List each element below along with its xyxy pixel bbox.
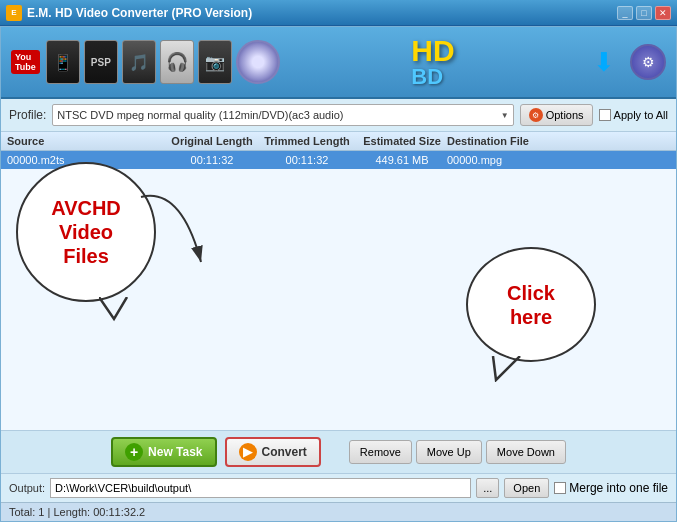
device-icons: 📱 PSP 🎵 🎧 📷 — [46, 40, 280, 84]
cell-source: 00000.m2ts — [7, 154, 167, 166]
merge-checkbox[interactable] — [554, 482, 566, 494]
remove-button[interactable]: Remove — [349, 440, 412, 464]
status-bar: Total: 1 | Length: 00:11:32.2 — [1, 502, 676, 521]
avchd-bubble-tail — [99, 297, 129, 322]
col-header-original-length: Original Length — [167, 135, 257, 147]
options-icon: ⚙ — [529, 108, 543, 122]
dropdown-arrow-icon: ▼ — [501, 111, 509, 120]
output-row: Output: D:\Work\VCER\build\output\ ... O… — [1, 473, 676, 502]
minimize-button[interactable]: _ — [617, 6, 633, 20]
move-down-button[interactable]: Move Down — [486, 440, 566, 464]
title-bar: E E.M. HD Video Converter (PRO Version) … — [0, 0, 677, 26]
col-header-destination-file: Destination File — [447, 135, 670, 147]
col-header-trimmed-length: Trimmed Length — [257, 135, 357, 147]
status-text: Total: 1 | Length: 00:11:32.2 — [9, 506, 145, 518]
avchd-arrow — [131, 187, 211, 277]
col-header-estimated-size: Estimated Size — [357, 135, 447, 147]
open-button[interactable]: Open — [504, 478, 549, 498]
click-bubble-tail — [488, 356, 523, 382]
main-window: YouTube 📱 PSP 🎵 🎧 📷 HD BD ⬇ ⚙ Profile: N… — [0, 26, 677, 522]
app-icon: E — [6, 5, 22, 21]
new-task-icon: + — [125, 443, 143, 461]
header-banner: YouTube 📱 PSP 🎵 🎧 📷 HD BD ⬇ ⚙ — [1, 27, 676, 99]
cell-destination-file: 00000.mpg — [447, 154, 670, 166]
click-here-annotation-bubble: Click here — [466, 247, 596, 362]
new-task-button[interactable]: + New Task — [111, 437, 216, 467]
file-list-header: Source Original Length Trimmed Length Es… — [1, 132, 676, 151]
profile-label: Profile: — [9, 108, 46, 122]
col-header-source: Source — [7, 135, 167, 147]
window-controls[interactable]: _ □ ✕ — [617, 6, 671, 20]
youtube-logo: YouTube — [11, 50, 40, 74]
close-button[interactable]: ✕ — [655, 6, 671, 20]
apply-to-all-checkbox-group: Apply to All — [599, 109, 668, 121]
hd-text: HD — [411, 36, 454, 66]
browse-button[interactable]: ... — [476, 478, 499, 498]
annotation-area: AVCHD Video Files Click here — [1, 132, 676, 430]
merge-checkbox-group: Merge into one file — [554, 481, 668, 495]
psp-icon: PSP — [84, 40, 118, 84]
move-up-button[interactable]: Move Up — [416, 440, 482, 464]
profile-row: Profile: NTSC DVD mpeg normal quality (1… — [1, 99, 676, 132]
camera-icon: 🎵 — [122, 40, 156, 84]
ipod-icon: 🎧 — [160, 40, 194, 84]
output-label: Output: — [9, 482, 45, 494]
cell-estimated-size: 449.61 MB — [357, 154, 447, 166]
camcorder-icon: 📷 — [198, 40, 232, 84]
merge-label: Merge into one file — [569, 481, 668, 495]
table-row[interactable]: 00000.m2ts 00:11:32 00:11:32 449.61 MB 0… — [1, 151, 676, 169]
settings-icon[interactable]: ⚙ — [630, 44, 666, 80]
avchd-annotation-bubble: AVCHD Video Files — [16, 162, 156, 302]
options-button[interactable]: ⚙ Options — [520, 104, 593, 126]
bd-text: BD — [411, 66, 443, 88]
download-icon[interactable]: ⬇ — [586, 44, 622, 80]
phone-icon: 📱 — [46, 40, 80, 84]
maximize-button[interactable]: □ — [636, 6, 652, 20]
output-path-display: D:\Work\VCER\build\output\ — [50, 478, 471, 498]
file-list-container: Source Original Length Trimmed Length Es… — [1, 132, 676, 430]
convert-button[interactable]: ▶ Convert — [225, 437, 321, 467]
action-row: + New Task ▶ Convert Remove Move Up Move… — [1, 430, 676, 473]
cell-original-length: 00:11:32 — [167, 154, 257, 166]
disc-icon — [236, 40, 280, 84]
side-buttons: Remove Move Up Move Down — [349, 440, 566, 464]
convert-icon: ▶ — [239, 443, 257, 461]
hd-bd-logo: HD BD — [411, 36, 454, 88]
header-right-icons: ⬇ ⚙ — [586, 44, 666, 80]
title-text: E E.M. HD Video Converter (PRO Version) — [6, 5, 252, 21]
apply-to-all-checkbox[interactable] — [599, 109, 611, 121]
header-logos: YouTube 📱 PSP 🎵 🎧 📷 — [11, 40, 280, 84]
profile-dropdown[interactable]: NTSC DVD mpeg normal quality (112min/DVD… — [52, 104, 513, 126]
cell-trimmed-length: 00:11:32 — [257, 154, 357, 166]
